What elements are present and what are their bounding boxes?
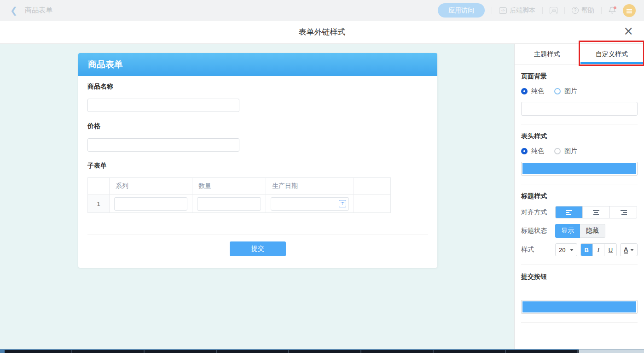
backend-script-button[interactable]: </> 后端脚本 <box>499 6 535 15</box>
submit-color-fill <box>522 301 636 312</box>
quantity-input[interactable] <box>197 197 261 211</box>
page-background-color-input[interactable] <box>521 102 638 116</box>
form-preview-title: 商品表单 <box>88 59 123 71</box>
divider <box>492 7 492 14</box>
subform-extra-cell <box>354 195 391 213</box>
subform-col-quantity: 数量 <box>192 178 266 195</box>
close-icon[interactable]: × <box>623 25 633 37</box>
notification-dot <box>614 6 616 9</box>
backend-script-label: 后端脚本 <box>510 6 535 15</box>
members-button[interactable] <box>550 7 557 14</box>
align-button-group <box>555 206 637 218</box>
subform-index-header <box>88 178 110 195</box>
series-input[interactable] <box>114 197 187 211</box>
font-style-row: 样式 20 B I U A <box>521 243 638 256</box>
submit-button-title: 提交按钮 <box>521 265 638 281</box>
page-background-options: 纯色 图片 <box>521 87 638 95</box>
radio-image[interactable] <box>554 88 561 94</box>
align-left-button[interactable] <box>556 206 583 218</box>
font-color-button[interactable]: A <box>620 243 638 256</box>
price-input[interactable] <box>87 138 239 152</box>
member-icon <box>550 7 557 14</box>
radio-solid-color[interactable] <box>521 88 528 94</box>
align-center-button[interactable] <box>583 206 610 218</box>
title-style-title: 标题样式 <box>521 184 638 200</box>
code-icon: </> <box>499 7 507 14</box>
field-label-price: 价格 <box>87 112 428 130</box>
row-index: 1 <box>88 195 110 213</box>
submit-row: 提交 <box>78 235 437 268</box>
title-status-group: 显示 隐藏 <box>555 224 605 238</box>
form-preview-area: 商品表单 商品名称 价格 子表单 系列 数量 生产日期 <box>0 44 514 353</box>
tab-theme-style[interactable]: 主题样式 <box>515 44 580 64</box>
subform-col-date: 生产日期 <box>266 178 354 195</box>
divider <box>601 7 602 14</box>
chevron-down-icon <box>570 249 574 251</box>
text-format-group: B I U <box>580 243 617 256</box>
subform-col-extra <box>354 178 391 195</box>
subform-label: 子表单 <box>87 152 428 170</box>
align-center-icon <box>593 210 600 215</box>
top-bar: ❮ 商品表单 应用访问 </> 后端脚本 ? 帮助 <box>0 0 644 21</box>
bold-button[interactable]: B <box>581 244 593 256</box>
panel-body: 页面背景 纯色 图片 表头样式 纯色 图片 标题样式 对齐方式 <box>515 65 644 323</box>
dialog-header: 表单外链样式 × <box>0 21 644 44</box>
avatar[interactable] <box>623 4 636 17</box>
help-icon: ? <box>572 7 579 14</box>
divider <box>564 7 565 14</box>
status-show-button[interactable]: 显示 <box>555 224 580 238</box>
divider <box>542 7 543 14</box>
align-row: 对齐方式 <box>521 206 638 218</box>
notification-bell-icon[interactable] <box>609 6 616 15</box>
chevron-down-icon <box>630 249 634 251</box>
title-status-label: 标题状态 <box>521 227 555 235</box>
subform-row: 1 7 <box>88 195 391 213</box>
align-right-icon <box>620 210 627 215</box>
dialog-title: 表单外链样式 <box>0 21 644 43</box>
app-access-button[interactable]: 应用访问 <box>438 3 485 18</box>
submit-button[interactable]: 提交 <box>230 241 286 256</box>
back-icon[interactable]: ❮ <box>10 6 17 15</box>
status-hide-button[interactable]: 隐藏 <box>580 224 605 238</box>
form-preview-body: 商品名称 价格 子表单 系列 数量 生产日期 1 <box>78 76 437 235</box>
page-background-title: 页面背景 <box>521 65 638 81</box>
radio-solid-color-label: 纯色 <box>531 87 544 95</box>
underline-button[interactable]: U <box>604 244 616 256</box>
subform-header-row: 系列 数量 生产日期 <box>88 178 391 195</box>
radio-image[interactable] <box>554 148 561 154</box>
tab-custom-style[interactable]: 自定义样式 <box>580 44 644 64</box>
series-cell <box>110 195 192 213</box>
product-name-input[interactable] <box>87 99 239 112</box>
radio-image-label: 图片 <box>564 147 577 155</box>
dialog-body: 商品表单 商品名称 价格 子表单 系列 数量 生产日期 <box>0 44 644 353</box>
italic-button[interactable]: I <box>593 244 605 256</box>
font-size-value: 20 <box>559 247 565 253</box>
font-size-select[interactable]: 20 <box>555 243 577 256</box>
style-tabs: 主题样式 自定义样式 <box>515 44 644 65</box>
align-label: 对齐方式 <box>521 208 555 217</box>
font-style-label: 样式 <box>521 246 555 254</box>
header-style-options: 纯色 图片 <box>521 147 638 155</box>
subform-table: 系列 数量 生产日期 1 7 <box>87 177 391 213</box>
header-color-swatch[interactable] <box>521 162 638 176</box>
radio-image-label: 图片 <box>564 87 577 95</box>
taskbar-strip <box>0 349 579 353</box>
app-title: 商品表单 <box>25 6 52 15</box>
help-button[interactable]: ? 帮助 <box>572 6 594 15</box>
style-settings-panel: 主题样式 自定义样式 页面背景 纯色 图片 表头样式 纯色 图片 标题样式 <box>514 44 644 353</box>
radio-solid-color[interactable] <box>521 148 528 154</box>
submit-color-swatch[interactable] <box>521 300 638 314</box>
form-preview-card: 商品表单 商品名称 价格 子表单 系列 数量 生产日期 <box>78 53 437 268</box>
calendar-icon[interactable]: 7 <box>339 200 346 207</box>
align-right-button[interactable] <box>610 206 637 218</box>
header-color-fill <box>522 163 636 174</box>
help-label: 帮助 <box>581 6 594 15</box>
production-date-input[interactable] <box>271 197 349 211</box>
font-color-icon: A <box>624 247 628 253</box>
avatar-lines-icon <box>627 9 632 10</box>
subform-col-series: 系列 <box>110 178 192 195</box>
taskbar-strip-right <box>579 349 644 353</box>
radio-solid-color-label: 纯色 <box>531 147 544 155</box>
align-left-icon <box>566 210 573 215</box>
header-style-title: 表头样式 <box>521 124 638 141</box>
